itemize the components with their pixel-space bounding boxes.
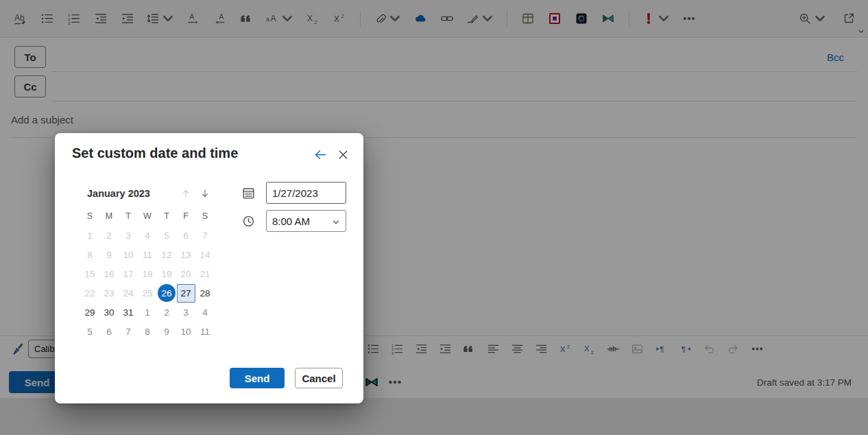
calendar-day[interactable]: 9 [157, 322, 176, 341]
calendar-day[interactable]: 8 [80, 245, 99, 264]
dialog-cancel-button[interactable]: Cancel [295, 368, 343, 388]
calendar-grid: SMTWTFS123456789101112131415161718192021… [80, 207, 215, 341]
calendar-month-label: January 2023 [87, 188, 150, 199]
calendar-day[interactable]: 5 [80, 322, 99, 341]
previous-month-button[interactable] [178, 185, 194, 202]
day-of-week-header: W [138, 207, 157, 226]
calendar-day[interactable]: 3 [119, 226, 138, 245]
calendar-day[interactable]: 14 [195, 245, 215, 264]
calendar-day[interactable]: 21 [195, 264, 215, 283]
calendar-day[interactable]: 5 [157, 226, 176, 245]
up-arrow-icon [180, 188, 191, 199]
calendar-icon [241, 186, 256, 200]
calendar-day[interactable]: 16 [99, 264, 119, 283]
calendar-day[interactable]: 23 [99, 283, 119, 303]
calendar-day[interactable]: 11 [195, 322, 215, 341]
day-of-week-header: F [176, 207, 195, 226]
day-of-week-header: M [99, 207, 119, 226]
calendar-day[interactable]: 10 [119, 245, 138, 264]
day-of-week-header: S [195, 207, 215, 226]
calendar-day[interactable]: 12 [157, 245, 176, 264]
calendar-day[interactable]: 9 [99, 245, 119, 264]
calendar-day[interactable]: 4 [195, 303, 215, 322]
calendar-day[interactable]: 30 [99, 303, 119, 322]
calendar-day[interactable]: 7 [119, 322, 138, 341]
calendar-day[interactable]: 26 [158, 284, 176, 302]
calendar-day[interactable]: 1 [138, 303, 157, 322]
calendar-day[interactable]: 7 [195, 226, 215, 245]
day-of-week-header: S [80, 207, 99, 226]
calendar-day[interactable]: 20 [176, 264, 195, 283]
chevron-down-icon [332, 217, 340, 225]
calendar-day[interactable]: 31 [119, 303, 138, 322]
calendar-day[interactable]: 22 [80, 283, 99, 303]
close-icon [336, 148, 350, 162]
clock-icon [241, 214, 256, 228]
calendar-day[interactable]: 29 [80, 303, 99, 322]
calendar-day[interactable]: 19 [157, 264, 176, 283]
calendar-day[interactable]: 15 [80, 264, 99, 283]
dialog-title: Set custom date and time [72, 145, 238, 161]
calendar-day[interactable]: 4 [138, 226, 157, 245]
calendar-day[interactable]: 25 [138, 283, 157, 303]
time-value: 8:00 AM [272, 215, 310, 227]
calendar-day[interactable]: 28 [195, 283, 215, 303]
day-of-week-header: T [157, 207, 176, 226]
calendar-day[interactable]: 13 [176, 245, 195, 264]
dialog-send-button[interactable]: Send [230, 368, 285, 388]
next-month-button[interactable] [197, 185, 213, 202]
calendar-day[interactable]: 2 [99, 226, 119, 245]
calendar-day[interactable]: 10 [176, 322, 195, 341]
calendar-day[interactable]: 8 [138, 322, 157, 341]
set-custom-date-time-dialog: Set custom date and time January 2023 SM… [55, 133, 363, 403]
mail-compose-window: Ab123AAaAX2X2 To Bcc Cc Add a subject Ca… [0, 0, 868, 435]
back-button[interactable] [309, 143, 331, 165]
date-input[interactable] [266, 182, 346, 204]
calendar-day[interactable]: 6 [176, 226, 195, 245]
calendar-day[interactable]: 18 [138, 264, 157, 283]
calendar-day[interactable]: 24 [119, 283, 138, 303]
calendar-day[interactable]: 11 [138, 245, 157, 264]
calendar-day[interactable]: 3 [176, 303, 195, 322]
day-of-week-header: T [119, 207, 138, 226]
calendar-day[interactable]: 1 [80, 226, 99, 245]
calendar-day[interactable]: 17 [119, 264, 138, 283]
calendar-day[interactable]: 2 [157, 303, 176, 322]
calendar-day[interactable]: 27 [177, 284, 195, 303]
time-select[interactable]: 8:00 AM [266, 210, 346, 232]
calendar-day[interactable]: 6 [99, 322, 119, 341]
back-arrow-icon [313, 148, 328, 162]
down-arrow-icon [200, 188, 210, 199]
close-button[interactable] [332, 143, 354, 165]
